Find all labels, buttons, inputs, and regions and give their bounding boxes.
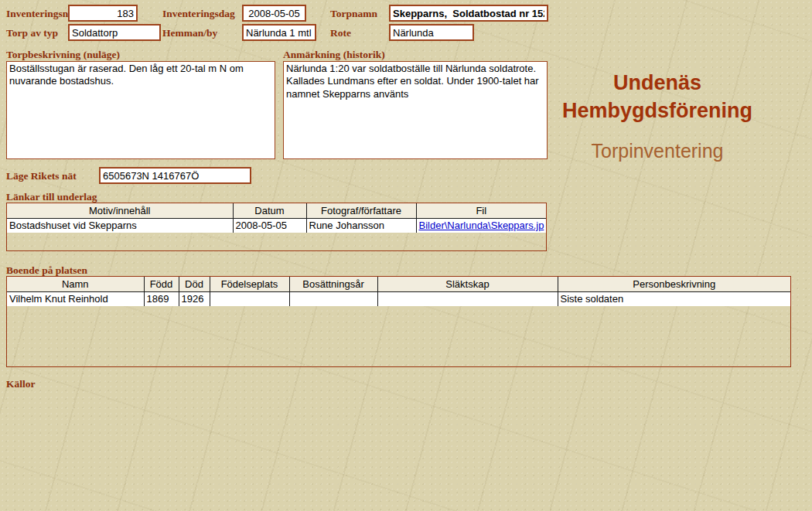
kallor-label: Källor [6, 378, 36, 390]
torpbeskrivning-label: Torpbeskrivning (nuläge) [6, 49, 120, 61]
lage-rikets-nat-input[interactable] [99, 167, 251, 184]
torpnamn-input[interactable] [389, 5, 548, 22]
boende-cell-bosattningsar [289, 291, 377, 306]
links-cell-fotograf: Rune Johansson [306, 218, 416, 233]
links-col-fotograf: Fotograf/författare [306, 203, 416, 218]
lage-rikets-nat-label: Läge Rikets nät [6, 170, 77, 182]
torp-av-typ-label: Torp av typ [6, 27, 58, 39]
torpnamn-label: Torpnamn [330, 8, 377, 20]
boende-table-header-row: Namn Född Död Födelseplats Bosättningsår… [7, 277, 790, 291]
anmarkning-label: Anmärkning (historik) [283, 49, 385, 61]
links-table-row: Bostadshuset vid Skepparns 2008-05-05 Ru… [7, 218, 546, 233]
file-link[interactable]: Bilder\Narlunda\Skeppars.jp [419, 220, 544, 231]
links-cell-motiv: Bostadshuset vid Skepparns [7, 218, 233, 233]
boende-col-namn: Namn [7, 277, 144, 291]
anmarkning-textarea[interactable]: Närlunda 1:20 var soldatboställe till Nä… [283, 61, 548, 159]
links-table: Motiv/innehåll Datum Fotograf/författare… [6, 203, 547, 251]
boende-col-personbeskrivning: Personbeskrivning [558, 277, 790, 291]
boende-cell-personbeskrivning: Siste soldaten [558, 291, 790, 306]
rote-input[interactable] [389, 24, 474, 41]
lankar-till-underlag-label: Länkar till underlag [6, 191, 97, 203]
boende-col-fodelseplats: Födelseplats [210, 277, 289, 291]
boende-cell-dod: 1926 [179, 291, 210, 306]
organization-title: Undenäs Hembygdsförening [541, 70, 773, 124]
boende-pa-platsen-label: Boende på platsen [6, 264, 87, 277]
links-col-fil: Fil [416, 203, 546, 218]
links-cell-fil: Bilder\Narlunda\Skeppars.jp [416, 218, 546, 233]
boende-cell-fodelseplats [210, 291, 289, 306]
links-col-datum: Datum [233, 203, 306, 218]
hemman-by-input[interactable] [242, 24, 316, 41]
rote-label: Rote [330, 27, 351, 39]
torpbeskrivning-textarea[interactable]: Boställsstugan är raserad. Den låg ett 2… [6, 61, 275, 159]
inventeringsnr-input[interactable] [68, 5, 138, 22]
inventeringsnr-label: Inventeringsnr [6, 8, 73, 20]
boende-table-row: Vilhelm Knut Reinhold 1869 1926 Siste so… [7, 291, 790, 306]
links-col-motiv: Motiv/innehåll [7, 203, 233, 218]
torp-av-typ-input[interactable] [68, 24, 161, 41]
torpinventering-form: Inventeringsnr Inventeringsdag Torpnamn … [0, 0, 812, 511]
links-table-header-row: Motiv/innehåll Datum Fotograf/författare… [7, 203, 546, 218]
boende-col-dod: Död [179, 277, 210, 291]
links-cell-datum: 2008-05-05 [233, 218, 306, 233]
boende-col-bosattningsar: Bosättningsår [289, 277, 377, 291]
inventeringsdag-input[interactable] [242, 5, 306, 22]
boende-cell-fodd: 1869 [144, 291, 179, 306]
hemman-by-label: Hemman/by [162, 27, 217, 39]
boende-cell-slaktskap [377, 291, 558, 306]
inventeringsdag-label: Inventeringsdag [162, 8, 235, 20]
boende-table: Namn Född Död Födelseplats Bosättningsår… [6, 276, 791, 367]
organization-name: Undenäs Hembygdsförening [541, 70, 773, 124]
boende-cell-namn: Vilhelm Knut Reinhold [7, 291, 144, 306]
boende-col-fodd: Född [144, 277, 179, 291]
boende-col-slaktskap: Släktskap [377, 277, 558, 291]
form-subtitle: Torpinventering [541, 140, 773, 162]
